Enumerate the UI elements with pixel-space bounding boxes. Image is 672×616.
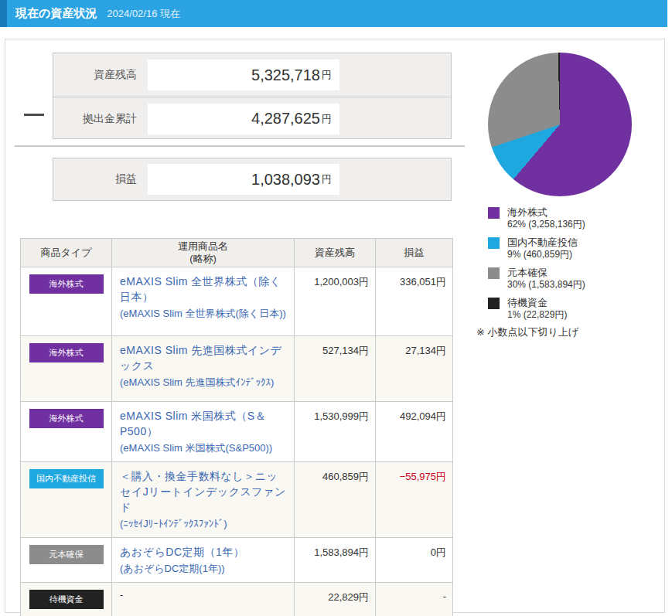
horizontal-divider	[15, 145, 465, 147]
section-header: 現在の資産状況 2024/02/16 現在	[0, 0, 667, 27]
page-title: 現在の資産状況	[15, 6, 97, 21]
products-table: 商品タイプ 運用商品名 (略称) 資産残高 損益 海外株式 eMAXIS Sli…	[20, 238, 453, 616]
header-accent-stripe	[0, 0, 7, 27]
table-row: 元本確保 あおぞらDC定期（1年） (あおぞらDC定期(1年)) 1,583,8…	[21, 538, 453, 583]
balance-cell: 1,530,999円	[295, 402, 376, 462]
product-name-link[interactable]: eMAXIS Slim 米国株式（S＆P500）	[120, 408, 288, 439]
product-type-badge: 待機資金	[29, 590, 104, 609]
profit-cell-negative: −55,975円	[376, 462, 453, 538]
product-type-badge: 国内不動産投信	[29, 469, 104, 488]
contribution-total-label: 拠出金累計	[53, 112, 137, 126]
profit-row: 損益 1,038,093 円	[53, 158, 451, 200]
product-type-badge: 海外株式	[29, 274, 104, 294]
balance-cell: 527,134円	[295, 336, 376, 402]
col-header-product-type: 商品タイプ	[21, 239, 112, 267]
legend-item-domestic-reit: 国内不動産投信 9% (460,859円)	[488, 236, 658, 260]
legend-item-foreign-equity: 海外株式 62% (3,258,136円)	[488, 206, 658, 230]
table-row: 海外株式 eMAXIS Slim 米国株式（S＆P500） (eMAXIS Sl…	[21, 402, 453, 462]
product-type-badge: 海外株式	[29, 343, 104, 362]
legend-value: 1% (22,829円)	[507, 309, 567, 321]
pie-legend: 海外株式 62% (3,258,136円) 国内不動産投信 9% (460,85…	[488, 206, 658, 326]
table-row: 海外株式 eMAXIS Slim 先進国株式インデックス (eMAXIS Sli…	[21, 336, 453, 402]
asset-balance-row: 資産残高 5,325,718 円	[53, 53, 451, 97]
product-name-link[interactable]: eMAXIS Slim 先進国株式インデックス	[120, 342, 288, 373]
minus-operator-icon	[24, 114, 44, 116]
legend-swatch-principal-guaranteed	[488, 267, 500, 279]
legend-label: 元本確保	[507, 266, 585, 279]
legend-item-principal-guaranteed: 元本確保 30% (1,583,894円)	[488, 266, 658, 291]
balance-cell: 22,829円	[295, 583, 376, 616]
product-name-placeholder: -	[120, 589, 288, 601]
legend-swatch-standby-funds	[488, 298, 500, 309]
col-header-profit: 損益	[376, 239, 453, 267]
contribution-total-value: 4,287,625	[251, 110, 320, 128]
profit-value: 1,038,093	[251, 171, 320, 189]
legend-label: 海外株式	[507, 206, 585, 219]
as-of-date: 2024/02/16 現在	[107, 7, 180, 21]
profit-unit: 円	[322, 172, 332, 186]
profit-cell: 336,051円	[376, 267, 453, 336]
product-name-link[interactable]: ＜購入・換金手数料なし＞ニッセイJリートインデックスファンド	[120, 468, 288, 515]
profit-value-box: 1,038,093 円	[148, 164, 339, 195]
profit-cell: 0円	[376, 538, 453, 583]
contribution-total-value-box: 4,287,625 円	[148, 104, 339, 134]
product-alias: (ﾆｯｾｲJﾘｰﾄｲﾝﾃﾞｯｸｽﾌｧﾝﾄﾞ)	[120, 516, 288, 531]
legend-swatch-domestic-reit	[488, 237, 500, 249]
product-alias: (eMAXIS Slim 全世界株式(除く日本))	[120, 306, 288, 321]
legend-label: 待機資金	[507, 296, 567, 309]
rounding-note: ※ 小数点以下切り上げ	[476, 325, 578, 339]
balance-cell: 460,859円	[295, 462, 376, 538]
table-header-row: 商品タイプ 運用商品名 (略称) 資産残高 損益	[21, 239, 453, 267]
profit-cell: 492,094円	[376, 402, 453, 462]
product-alias: (eMAXIS Slim 米国株式(S&P500))	[120, 441, 288, 455]
content-panel: 資産残高 5,325,718 円 拠出金累計 4,287,625 円 損益	[5, 39, 665, 613]
table-row: 国内不動産投信 ＜購入・換金手数料なし＞ニッセイJリートインデックスファンド (…	[21, 462, 453, 538]
product-alias: (あおぞらDC定期(1年))	[120, 561, 288, 576]
product-type-badge: 元本確保	[29, 545, 104, 564]
product-name-link[interactable]: あおぞらDC定期（1年）	[120, 544, 288, 560]
profit-label: 損益	[53, 172, 137, 186]
asset-status-page: 現在の資産状況 2024/02/16 現在 資産残高 5,325,718 円 拠…	[0, 0, 672, 616]
asset-balance-value-box: 5,325,718 円	[148, 60, 339, 90]
balance-summary-box: 資産残高 5,325,718 円 拠出金累計 4,287,625 円	[53, 53, 452, 139]
table-row: 待機資金 - 22,829円 -	[21, 583, 453, 616]
product-type-badge: 海外株式	[29, 409, 104, 428]
col-header-balance: 資産残高	[295, 239, 376, 267]
product-alias: (eMAXIS Slim 先進国株式ｲﾝﾃﾞｯｸｽ)	[120, 375, 288, 390]
legend-label: 国内不動産投信	[507, 236, 578, 249]
asset-balance-value: 5,325,718	[251, 66, 320, 84]
profit-cell: 27,134円	[376, 336, 453, 402]
profit-cell: -	[376, 583, 453, 616]
asset-balance-label: 資産残高	[53, 68, 137, 82]
asset-allocation-pie-chart	[488, 53, 632, 196]
col-header-product-name: 運用商品名 (略称)	[112, 239, 295, 267]
balance-cell: 1,200,003円	[295, 267, 376, 336]
legend-item-standby-funds: 待機資金 1% (22,829円)	[488, 296, 658, 321]
legend-swatch-foreign-equity	[488, 207, 500, 219]
asset-balance-unit: 円	[322, 68, 332, 82]
contribution-total-unit: 円	[322, 112, 332, 126]
legend-value: 30% (1,583,894円)	[507, 279, 585, 291]
legend-value: 62% (3,258,136円)	[507, 219, 585, 230]
balance-cell: 1,583,894円	[295, 538, 376, 583]
table-row: 海外株式 eMAXIS Slim 全世界株式（除く日本） (eMAXIS Sli…	[21, 267, 453, 336]
profit-summary-box: 損益 1,038,093 円	[53, 158, 452, 201]
contribution-total-row: 拠出金累計 4,287,625 円	[53, 97, 451, 140]
product-name-link[interactable]: eMAXIS Slim 全世界株式（除く日本）	[120, 274, 288, 305]
legend-value: 9% (460,859円)	[507, 249, 578, 260]
